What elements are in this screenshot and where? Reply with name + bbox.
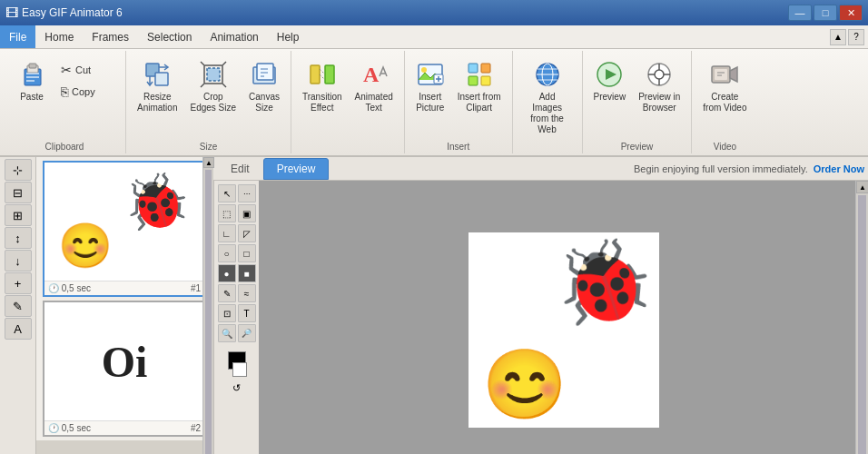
tool-line[interactable]: ∟ xyxy=(218,224,236,242)
copy-icon: ⎘ xyxy=(61,84,68,99)
tool-zoom-in[interactable]: 🔍 xyxy=(218,324,236,342)
tool-fill-ellipse[interactable]: ● xyxy=(218,264,236,282)
insert-picture-icon xyxy=(416,60,445,89)
copy-button[interactable]: ⎘ Copy xyxy=(56,82,120,102)
paste-label: Paste xyxy=(20,92,44,103)
resize-animation-button[interactable]: ResizeAnimation xyxy=(132,56,182,117)
svg-marker-50 xyxy=(730,67,737,82)
insert-picture-button[interactable]: InsertPicture xyxy=(410,56,450,117)
menu-item-animation[interactable]: Animation xyxy=(201,25,267,48)
animated-text-button[interactable]: A AnimatedText xyxy=(350,56,399,117)
menu-item-help[interactable]: Help xyxy=(268,25,309,48)
tool-eraser[interactable]: ≈ xyxy=(238,284,256,302)
canvas-scroll-vertical[interactable]: ▲ ▼ xyxy=(855,181,868,454)
tool-magic-wand[interactable]: ▣ xyxy=(238,204,256,222)
svg-rect-7 xyxy=(155,73,168,85)
ribbon-group-transition: TransitionEffect A AnimatedText xyxy=(291,51,405,153)
maximize-button[interactable]: □ xyxy=(814,5,837,21)
svg-rect-2 xyxy=(29,64,36,68)
cut-button[interactable]: ✂ Cut xyxy=(56,60,120,80)
left-tool-2[interactable]: ⊟ xyxy=(5,182,32,203)
tool-ellipse[interactable]: ○ xyxy=(218,244,236,262)
edit-notice-text: Begin enjoying full version immediately. xyxy=(634,163,808,174)
add-images-web-button[interactable]: Add Imagesfrom the Web xyxy=(518,56,577,139)
tool-arrow[interactable]: ◸ xyxy=(238,224,256,242)
insert-clipart-button[interactable]: Insert fromClipart xyxy=(452,56,507,117)
insert-clipart-label: Insert fromClipart xyxy=(458,92,501,114)
menu-item-home[interactable]: Home xyxy=(35,25,83,48)
transition-effect-button[interactable]: TransitionEffect xyxy=(297,56,348,117)
menu-help-btn[interactable]: ? xyxy=(848,29,864,45)
tab-edit[interactable]: Edit xyxy=(217,158,263,180)
tool-fill-rect[interactable]: ■ xyxy=(238,264,256,282)
transition-buttons: TransitionEffect A AnimatedText xyxy=(297,53,399,152)
tab-preview[interactable]: Preview xyxy=(263,158,330,180)
svg-point-28 xyxy=(421,67,427,73)
edit-tabs: Edit Preview Begin enjoying full version… xyxy=(213,157,868,181)
tool-row-1: ↖ ⋯ xyxy=(218,184,256,202)
transition-effect-label: TransitionEffect xyxy=(302,92,342,114)
left-tool-8[interactable]: A xyxy=(5,318,32,340)
create-from-video-button[interactable]: Createfrom Video xyxy=(697,56,752,117)
menu-up-arrow[interactable]: ▲ xyxy=(830,29,846,45)
left-toolbar: ⊹ ⊟ ⊞ ↕ ↓ + ✎ A xyxy=(0,157,36,454)
video-buttons: Createfrom Video xyxy=(697,53,752,152)
window-title: Easy GIF Animator 6 xyxy=(22,6,123,19)
tool-select[interactable]: ↖ xyxy=(218,184,236,202)
canvas-smiley: 😊 xyxy=(482,350,567,419)
svg-rect-5 xyxy=(26,80,35,82)
frame-1-number: #1 xyxy=(191,283,201,293)
frame-item-2[interactable]: Oi 🕐 0,5 sec #2 xyxy=(43,301,206,437)
canvas-size-button[interactable]: CanvasSize xyxy=(243,56,285,117)
menu-item-frames[interactable]: Frames xyxy=(83,25,138,48)
minimize-button[interactable]: — xyxy=(788,5,812,21)
right-tools-panel: ↖ ⋯ ⬚ ▣ ∟ ◸ ○ □ ● ■ xyxy=(213,181,259,454)
order-now-link[interactable]: Order Now xyxy=(814,163,864,174)
canvas-scroll-v-thumb xyxy=(858,195,866,454)
tool-lasso[interactable]: ⬚ xyxy=(218,204,236,222)
clipboard-buttons: Paste ✂ Cut ⎘ Copy xyxy=(9,53,120,152)
canvas-size-icon xyxy=(250,60,279,89)
background-color[interactable] xyxy=(232,362,247,377)
edit-area: Edit Preview Begin enjoying full version… xyxy=(213,157,868,454)
close-button[interactable]: ✕ xyxy=(839,5,863,21)
frame-1-smiley: 😊 xyxy=(58,221,113,271)
tool-stamp[interactable]: ⊡ xyxy=(218,304,236,322)
svg-rect-11 xyxy=(207,68,220,81)
size-group-label: Size xyxy=(126,142,291,152)
tool-rect[interactable]: □ xyxy=(238,244,256,262)
preview-button[interactable]: Preview xyxy=(588,56,632,106)
tool-dotted-rect[interactable]: ⋯ xyxy=(238,184,256,202)
menu-item-selection[interactable]: Selection xyxy=(138,25,201,48)
left-tool-5[interactable]: ↓ xyxy=(5,250,32,271)
tool-zoom-out[interactable]: 🔎 xyxy=(238,324,256,342)
menu-item-file[interactable]: File xyxy=(0,25,35,48)
crop-edges-button[interactable]: CropEdges Size xyxy=(184,56,242,117)
canvas-scroll-up[interactable]: ▲ xyxy=(856,181,868,193)
left-tool-4[interactable]: ↕ xyxy=(5,227,32,249)
crop-edges-label: CropEdges Size xyxy=(190,92,236,114)
frame-1-ladybug: 🐞 xyxy=(123,170,191,234)
left-tool-1[interactable]: ⊹ xyxy=(5,159,32,181)
tool-text[interactable]: T xyxy=(238,304,256,322)
frames-scrollbar[interactable]: ▲ ▼ xyxy=(202,157,213,454)
tool-pencil[interactable]: ✎ xyxy=(218,284,236,302)
left-tool-3[interactable]: ⊞ xyxy=(5,204,32,226)
ribbon-group-clipboard: Paste ✂ Cut ⎘ Copy Clipboard xyxy=(4,51,126,153)
ribbon-group-video: Createfrom Video Video xyxy=(692,51,757,153)
frame-1-info: 🕐 0,5 sec #1 xyxy=(44,281,204,295)
preview-in-browser-button[interactable]: Preview inBrowser xyxy=(633,56,686,117)
preview-buttons: Preview Preview inBrowser xyxy=(588,53,686,152)
scroll-up[interactable]: ▲ xyxy=(203,157,214,168)
preview-browser-icon xyxy=(645,60,674,89)
left-tool-7[interactable]: ✎ xyxy=(5,295,32,317)
swap-colors[interactable]: ↺ xyxy=(232,382,241,394)
tool-row-2: ⬚ ▣ xyxy=(218,204,256,222)
paste-button[interactable]: Paste xyxy=(9,56,54,106)
left-tool-6[interactable]: + xyxy=(5,272,32,294)
ribbon-group-preview: Preview Preview inBrowser Preview xyxy=(583,51,693,153)
add-images-web-label: Add Imagesfrom the Web xyxy=(524,92,571,135)
frame-item-1[interactable]: 🐞 😊 🕐 0,5 sec #1 xyxy=(43,161,206,297)
size-buttons: ResizeAnimation CropEdges Size xyxy=(132,53,285,152)
resize-animation-label: ResizeAnimation xyxy=(137,92,177,114)
